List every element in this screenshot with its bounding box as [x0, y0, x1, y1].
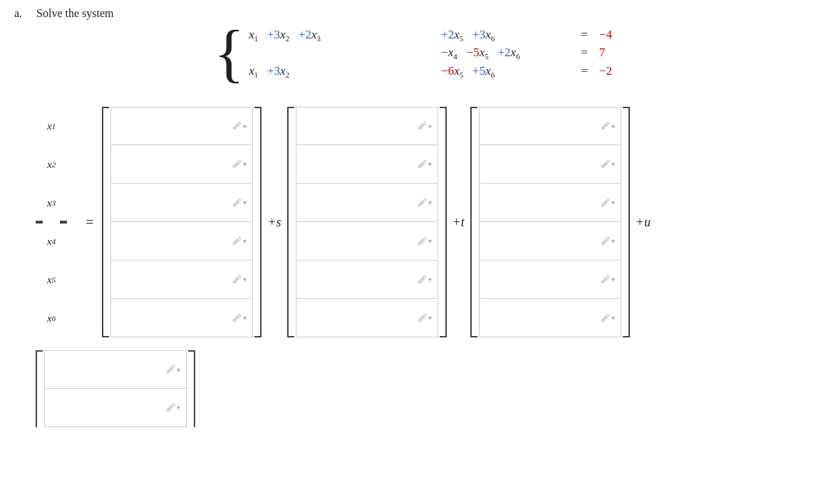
partial-right-bracket — [187, 350, 195, 427]
partial-cells — [44, 350, 187, 427]
col1-left-bracket — [102, 107, 110, 337]
x-label-4: x4 — [44, 222, 58, 261]
equals-sign: = — [86, 214, 93, 231]
pencil-icon-p-1[interactable] — [165, 364, 180, 374]
pencil-icon-2-4[interactable] — [417, 236, 432, 246]
pencil-icon-1-1[interactable] — [232, 121, 247, 131]
pencil-icon-2-1[interactable] — [417, 121, 432, 131]
partial-cell-2[interactable] — [44, 389, 187, 427]
col2-cell-6[interactable] — [296, 299, 438, 337]
col3-cells — [479, 107, 621, 337]
partial-vector — [36, 350, 195, 427]
scalar-u: +u — [636, 215, 651, 230]
col3-cell-4[interactable] — [479, 222, 621, 261]
x-label-1: x1 — [44, 107, 58, 145]
pencil-icon-3-6[interactable] — [600, 313, 615, 323]
pencil-icon-3-3[interactable] — [600, 198, 615, 208]
col1-cell-1[interactable] — [110, 107, 253, 145]
col3-left-bracket — [470, 107, 479, 337]
pencil-icon-1-6[interactable] — [232, 313, 247, 323]
partial-left-bracket — [36, 350, 44, 427]
col2-right-bracket — [438, 107, 447, 337]
pencil-icon-1-5[interactable] — [232, 275, 247, 285]
x-label-2: x2 — [44, 145, 58, 184]
col2-left-bracket — [287, 107, 296, 337]
equation-row-2: −x4 −5x5 +2x6 = 7 — [249, 46, 612, 61]
partial-vector-area — [36, 350, 814, 427]
x-labels: x1 x2 x3 x4 x5 x6 — [44, 107, 58, 337]
scalar-t: +t — [452, 215, 465, 230]
equation-row-1: x1 +3x2 +2x3 +2x5 +3x6 = −4 — [249, 28, 612, 43]
pencil-icon-3-4[interactable] — [600, 236, 615, 246]
col1-cell-3[interactable] — [110, 184, 253, 222]
col3-cell-5[interactable] — [479, 261, 621, 299]
col3-right-bracket — [621, 107, 630, 337]
col3-cell-2[interactable] — [479, 145, 621, 184]
col1-cells — [110, 107, 253, 337]
pencil-icon-2-2[interactable] — [417, 159, 432, 169]
equations-block: x1 +3x2 +2x3 +2x5 +3x6 = −4 −x4 — [249, 28, 612, 79]
problem-label: a. — [14, 7, 22, 20]
pencil-icon-1-4[interactable] — [232, 236, 247, 246]
partial-cell-1[interactable] — [44, 350, 187, 389]
equation-system: { x1 +3x2 +2x3 +2x5 +3x6 = −4 — [214, 21, 814, 85]
column-vector-1 — [102, 107, 262, 337]
col3-cell-1[interactable] — [479, 107, 621, 145]
pencil-icon-1-3[interactable] — [232, 198, 247, 208]
col2-cell-1[interactable] — [296, 107, 438, 145]
x-label-3: x3 — [44, 184, 58, 222]
pencil-icon-2-3[interactable] — [417, 198, 432, 208]
col1-cell-4[interactable] — [110, 222, 253, 261]
col2-cell-5[interactable] — [296, 261, 438, 299]
pencil-icon-2-6[interactable] — [417, 313, 432, 323]
x-label-5: x5 — [44, 261, 58, 299]
left-brace: { — [214, 21, 244, 85]
col2-cell-4[interactable] — [296, 222, 438, 261]
col1-right-bracket — [253, 107, 262, 337]
x-vector-right-bracket — [58, 221, 67, 224]
pencil-icon-3-1[interactable] — [600, 121, 615, 131]
solution-area: x1 x2 x3 x4 x5 x6 = — [36, 107, 814, 337]
col1-cell-5[interactable] — [110, 261, 253, 299]
problem-title: Solve the system — [36, 7, 113, 20]
scalar-s: +s — [267, 215, 281, 230]
col2-cells — [296, 107, 438, 337]
pencil-icon-2-5[interactable] — [417, 275, 432, 285]
col3-cell-3[interactable] — [479, 184, 621, 222]
column-vector-3 — [470, 107, 630, 337]
equation-row-3: x1 +3x2 −6x5 +5x6 = −2 — [249, 64, 612, 79]
x-vector: x1 x2 x3 x4 x5 x6 — [36, 107, 67, 337]
col1-cell-6[interactable] — [110, 299, 253, 337]
x-label-6: x6 — [44, 299, 58, 337]
column-vector-2 — [287, 107, 447, 337]
pencil-icon-p-2[interactable] — [165, 403, 180, 413]
col2-cell-2[interactable] — [296, 145, 438, 184]
col2-cell-3[interactable] — [296, 184, 438, 222]
pencil-icon-3-2[interactable] — [600, 159, 615, 169]
col3-cell-6[interactable] — [479, 299, 621, 337]
x-vector-left-bracket — [36, 221, 44, 224]
pencil-icon-3-5[interactable] — [600, 275, 615, 285]
col1-cell-2[interactable] — [110, 145, 253, 184]
pencil-icon-1-2[interactable] — [232, 159, 247, 169]
